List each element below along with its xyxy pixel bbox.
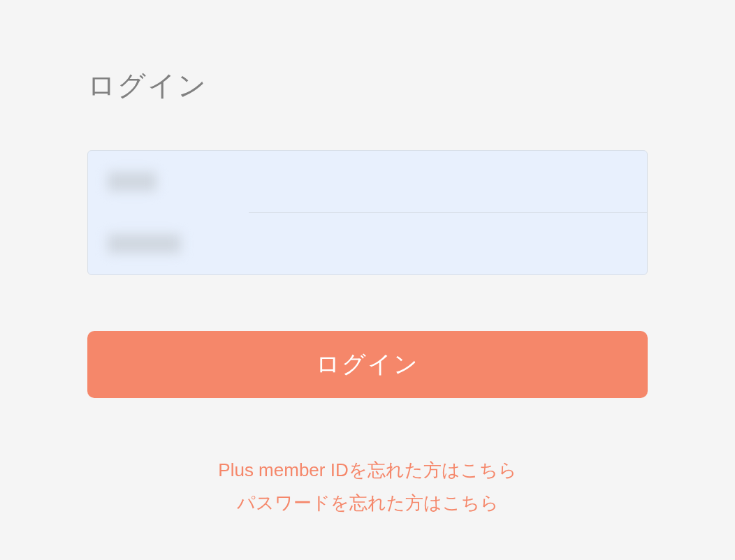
password-placeholder-blurred bbox=[108, 234, 181, 253]
username-input[interactable] bbox=[88, 151, 647, 212]
username-placeholder-blurred bbox=[108, 172, 157, 191]
login-container: ログイン ログイン Plus member IDを忘れた方はこちら パスワードを… bbox=[0, 0, 735, 520]
input-group bbox=[87, 150, 648, 275]
page-title: ログイン bbox=[87, 66, 648, 105]
forgot-password-link[interactable]: パスワードを忘れた方はこちら bbox=[87, 487, 648, 520]
links-section: Plus member IDを忘れた方はこちら パスワードを忘れた方はこちら bbox=[87, 454, 648, 520]
password-input[interactable] bbox=[88, 213, 647, 274]
login-button[interactable]: ログイン bbox=[87, 331, 648, 398]
forgot-member-id-link[interactable]: Plus member IDを忘れた方はこちら bbox=[87, 454, 648, 487]
